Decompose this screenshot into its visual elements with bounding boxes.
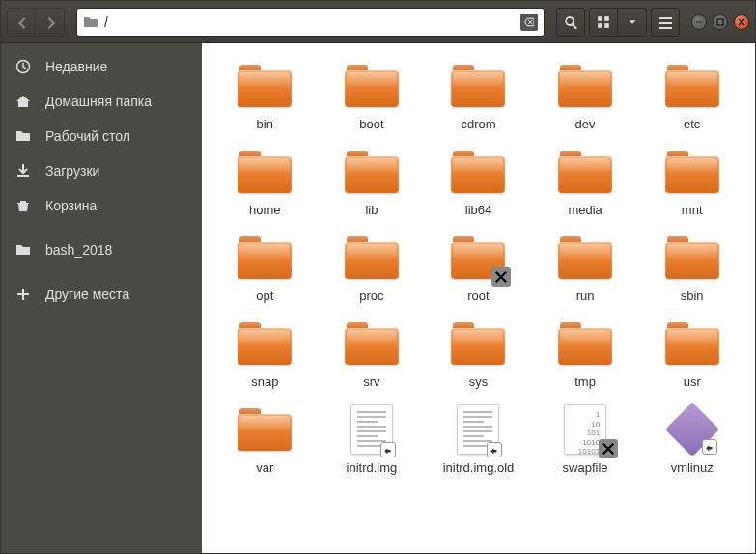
sidebar-item-folder[interactable]: Рабочий стол xyxy=(1,119,202,153)
file-item-label: home xyxy=(249,203,281,217)
back-button[interactable] xyxy=(7,8,36,37)
chevron-down-icon xyxy=(626,15,639,29)
file-item[interactable]: sbin xyxy=(638,229,745,305)
folder-icon xyxy=(238,236,292,279)
search-icon xyxy=(564,15,577,29)
minimize-icon xyxy=(695,18,703,26)
file-item[interactable]: etc xyxy=(638,57,745,133)
sidebar-item-label: bash_2018 xyxy=(45,242,112,258)
file-item-label: opt xyxy=(256,289,273,303)
sidebar-item-label: Загрузки xyxy=(45,163,99,179)
sidebar: НедавниеДомашняя папкаРабочий столЗагруз… xyxy=(1,43,202,553)
file-item[interactable]: initrd.img xyxy=(319,401,426,477)
folder-icon xyxy=(14,127,32,145)
maximize-button[interactable] xyxy=(713,14,728,30)
file-item-label: run xyxy=(576,289,595,303)
file-item[interactable]: run xyxy=(532,229,639,305)
folder-icon xyxy=(558,236,612,279)
chevron-right-icon xyxy=(43,15,57,29)
view-group xyxy=(589,8,647,37)
file-item[interactable]: initrd.img.old xyxy=(425,401,532,477)
file-item[interactable]: 110101101010101swapfile xyxy=(532,401,639,477)
close-button[interactable] xyxy=(734,14,749,30)
file-item-label: proc xyxy=(359,289,383,303)
file-item[interactable]: mnt xyxy=(638,143,745,219)
grid-icon xyxy=(597,15,610,29)
folder-icon xyxy=(14,241,32,259)
view-mode-button[interactable] xyxy=(589,8,618,37)
sidebar-item-clock[interactable]: Недавние xyxy=(1,49,202,84)
close-icon xyxy=(738,18,745,26)
file-item-label: lib xyxy=(365,203,378,217)
sidebar-item-label: Рабочий стол xyxy=(45,128,130,144)
document-icon xyxy=(457,404,499,455)
search-button[interactable] xyxy=(556,8,585,37)
file-item[interactable]: var xyxy=(211,401,319,477)
no-access-badge-icon xyxy=(491,267,511,287)
folder-icon xyxy=(345,151,399,193)
file-item[interactable]: proc xyxy=(319,229,426,305)
folder-icon xyxy=(238,151,292,193)
minimize-button[interactable] xyxy=(691,14,707,30)
file-item-label: var xyxy=(256,460,273,475)
file-item-label: boot xyxy=(359,117,383,131)
plus-icon xyxy=(14,286,32,303)
file-item[interactable]: dev xyxy=(532,57,639,133)
file-item[interactable]: boot xyxy=(319,57,426,133)
forward-button[interactable] xyxy=(36,8,65,37)
file-item[interactable]: tmp xyxy=(532,315,639,391)
file-item[interactable]: lib xyxy=(319,143,426,219)
sidebar-item-folder[interactable]: bash_2018 xyxy=(1,233,202,267)
folder-icon xyxy=(238,322,292,365)
main: НедавниеДомашняя папкаРабочий столЗагруз… xyxy=(1,43,755,553)
file-item[interactable]: opt xyxy=(211,229,319,305)
home-icon xyxy=(14,93,32,110)
file-item[interactable]: bin xyxy=(211,57,319,133)
file-item-label: lib64 xyxy=(465,203,491,217)
sidebar-item-home[interactable]: Домашняя папка xyxy=(1,84,202,119)
sidebar-item-label: Недавние xyxy=(45,59,107,74)
sidebar-item-label: Корзина xyxy=(45,198,97,213)
folder-icon xyxy=(451,151,505,193)
file-item[interactable]: srv xyxy=(319,315,426,391)
hamburger-menu-button[interactable] xyxy=(651,8,680,37)
clock-icon xyxy=(14,58,32,75)
folder-icon xyxy=(665,151,719,193)
file-item-label: swapfile xyxy=(563,460,608,475)
sidebar-item-label: Другие места xyxy=(45,287,129,302)
folder-icon xyxy=(345,65,399,107)
toolbar: / xyxy=(1,1,755,43)
file-item-label: initrd.img xyxy=(347,460,398,475)
file-item-label: sbin xyxy=(681,289,704,303)
folder-icon xyxy=(558,151,612,193)
file-item[interactable]: snap xyxy=(211,315,319,391)
folder-icon xyxy=(665,322,719,365)
chevron-left-icon xyxy=(14,15,28,29)
clear-location-button[interactable] xyxy=(520,14,538,31)
file-item-label: etc xyxy=(684,117,700,131)
file-item[interactable]: media xyxy=(532,143,639,219)
file-item-label: dev xyxy=(575,117,596,131)
nav-group xyxy=(7,8,65,37)
sidebar-item-download[interactable]: Загрузки xyxy=(1,153,202,188)
sidebar-item-plus[interactable]: Другие места xyxy=(1,277,202,312)
file-item[interactable]: lib64 xyxy=(425,143,532,219)
toolbar-right xyxy=(556,8,749,37)
window-controls xyxy=(691,14,749,30)
content-view[interactable]: binbootcdromdevetchomeliblib64mediamntop… xyxy=(202,43,755,553)
document-icon xyxy=(350,404,393,455)
download-icon xyxy=(14,162,32,180)
sidebar-item-trash[interactable]: Корзина xyxy=(1,188,202,223)
folder-icon xyxy=(558,65,612,107)
location-bar[interactable]: / xyxy=(76,8,545,37)
file-item[interactable]: cdrom xyxy=(425,57,532,133)
file-item[interactable]: usr xyxy=(638,315,745,391)
file-item-label: cdrom xyxy=(461,117,495,131)
trash-icon xyxy=(14,197,32,214)
file-item[interactable]: vmlinuz xyxy=(638,401,745,477)
view-menu-button[interactable] xyxy=(618,8,647,37)
folder-icon xyxy=(451,65,505,107)
file-item[interactable]: sys xyxy=(425,315,532,391)
file-item[interactable]: home xyxy=(211,143,319,219)
file-item[interactable]: root xyxy=(425,229,532,305)
